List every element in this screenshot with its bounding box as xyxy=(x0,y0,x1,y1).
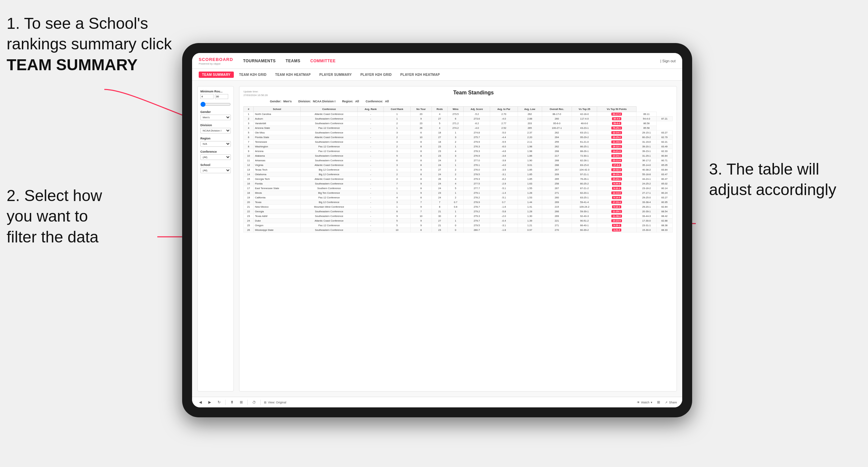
tablet-screen: SCOREBOARD Powered by clippd TOURNAMENTS… xyxy=(192,53,682,407)
toolbar-icon-btn[interactable]: ⊞ xyxy=(656,399,662,405)
school-filter-label: School xyxy=(200,163,231,166)
table-filter-row: Gender: Men's Division: NCAA Division I … xyxy=(243,100,673,103)
division-filter-select[interactable]: NCAA Division I xyxy=(200,128,231,133)
tablet-device: SCOREBOARD Powered by clippd TOURNAMENTS… xyxy=(182,43,692,417)
gender-filter-label: Gender xyxy=(200,110,231,114)
toolbar-refresh-btn[interactable]: ↻ xyxy=(216,399,222,405)
min-rounds-range xyxy=(200,94,231,100)
tab-team-summary[interactable]: TEAM SUMMARY xyxy=(199,71,234,78)
col-vs-top25: Vs Top 25 xyxy=(572,107,597,112)
region-filter-label: Region xyxy=(200,137,231,140)
table-row[interactable]: 5Ole MissSoutheastern Conference-3618127… xyxy=(244,130,673,135)
update-time: Update time: 27/03/2024 16:56:26 xyxy=(243,90,268,97)
table-row[interactable]: 3VanderbiltSoutheastern Conference-22352… xyxy=(244,121,673,126)
toolbar-bookmark-btn[interactable]: ⊞ xyxy=(238,399,244,405)
col-conference: Conference xyxy=(300,107,358,112)
conference-filter-select[interactable]: (All) xyxy=(200,154,231,160)
nav-tournaments[interactable]: TOURNAMENTS xyxy=(243,59,276,63)
view-original-button[interactable]: ⊞ View: Original xyxy=(264,401,286,404)
col-vs-top50-pts: Vs Top 50 Points xyxy=(597,107,637,112)
nav-committee[interactable]: COMMITTEE xyxy=(310,59,336,63)
toolbar-forward-btn[interactable]: ▶ xyxy=(207,399,213,405)
tab-team-h2h-grid[interactable]: TEAM H2H GRID xyxy=(236,71,270,78)
col-adj-score: Adj. Score xyxy=(464,107,490,112)
bottom-toolbar: ◀ ▶ ↻ ⬆ ⊞ ⏱ ⊞ View: Original 👁 Watch ▾ ⊞… xyxy=(192,397,682,407)
table-row[interactable]: 10AlabamaSoutheastern Conference-5823327… xyxy=(244,154,673,158)
standings-table: # School Conference Avg. Rank Conf Rank … xyxy=(243,106,673,232)
nav-links: TOURNAMENTS TEAMS COMMITTEE xyxy=(243,59,660,63)
share-button[interactable]: ↗ Share xyxy=(665,401,677,404)
table-row[interactable]: 20TexasBig 12 Conference-3770.7278.90.71… xyxy=(244,200,673,205)
col-rank: # xyxy=(244,107,254,112)
table-row[interactable]: 16FloridaSoutheastern Conference-7924427… xyxy=(244,182,673,186)
division-display: Division: NCAA Division I xyxy=(299,100,336,103)
sub-nav: TEAM SUMMARY TEAM H2H GRID TEAM H2H HEAT… xyxy=(192,69,682,81)
table-header-row: # School Conference Avg. Rank Conf Rank … xyxy=(244,107,673,112)
table-row[interactable]: 23Texas A&MSoutheastern Conference-91030… xyxy=(244,214,673,219)
filters-panel: Minimum Rou... Gender Men's Division NCA… xyxy=(197,86,234,392)
table-row[interactable]: 19CaliforniaPac-12 Conference-48242278.2… xyxy=(244,195,673,200)
table-row[interactable]: 7TennesseeSoutheastern Conference-481822… xyxy=(244,140,673,145)
table-row[interactable]: 11ArkansasSoutheastern Conference-682422… xyxy=(244,158,673,163)
nav-teams[interactable]: TEAMS xyxy=(286,59,301,63)
table-row[interactable]: 6Florida StateAtlantic Coast Conference-… xyxy=(244,135,673,140)
table-row[interactable]: 21New MexicoMountain West Conference-198… xyxy=(244,205,673,209)
table-row[interactable]: 24DukeAtlantic Coast Conference-59271279… xyxy=(244,219,673,223)
col-overall-rec: Overall Rec. xyxy=(542,107,572,112)
tab-team-h2h-heatmap[interactable]: TEAM H2H HEATMAP xyxy=(272,71,314,78)
min-rounds-from-input[interactable] xyxy=(200,94,214,99)
table-row[interactable]: 1North CarolinaAtlantic Coast Conference… xyxy=(244,112,673,117)
instruction-step2: 2. Select how you want to filter the dat… xyxy=(7,185,159,247)
col-avg-low: Avg. Low xyxy=(518,107,542,112)
col-wins: Wins xyxy=(448,107,464,112)
school-filter-select[interactable]: (All) xyxy=(200,167,231,173)
table-row[interactable]: 4Arizona StatePac-12 Conference-1264274.… xyxy=(244,126,673,130)
watch-button[interactable]: 👁 Watch ▾ xyxy=(637,401,652,404)
toolbar-back-btn[interactable]: ◀ xyxy=(197,399,203,405)
region-display: Region: All xyxy=(342,100,359,103)
toolbar-sep-1 xyxy=(225,400,225,405)
instruction-step1-bold: TEAM SUMMARY xyxy=(7,56,138,73)
table-row[interactable]: 2AuburnSoutheastern Conference-19276273.… xyxy=(244,117,673,121)
min-rounds-slider[interactable] xyxy=(200,102,231,107)
division-filter-label: Division xyxy=(200,124,231,127)
col-rnds: Rnds xyxy=(432,107,448,112)
toolbar-share-btn[interactable]: ⬆ xyxy=(229,399,235,405)
table-header-section: Update time: 27/03/2024 16:56:26 Team St… xyxy=(243,90,673,97)
table-row[interactable]: 13Texas TechBig 12 Conference-19272276.0… xyxy=(244,167,673,172)
gender-display: Gender: Men's xyxy=(270,100,292,103)
col-no-tour: No Tour xyxy=(410,107,432,112)
logo-area: SCOREBOARD Powered by clippd xyxy=(199,56,233,65)
table-row[interactable]: 8WashingtonPac-12 Conference-28231276.3-… xyxy=(244,145,673,149)
table-row[interactable]: 15Georgia TechAtlantic Coast Conference-… xyxy=(244,177,673,182)
min-rounds-to-input[interactable] xyxy=(215,94,228,99)
table-title: Team Standings xyxy=(274,90,673,96)
table-area: Update time: 27/03/2024 16:56:26 Team St… xyxy=(239,86,677,392)
gender-filter-select[interactable]: Men's xyxy=(200,115,231,120)
sign-out-button[interactable]: | Sign out xyxy=(660,59,676,63)
main-content: Minimum Rou... Gender Men's Division NCA… xyxy=(192,81,682,397)
table-row[interactable]: 18IllinoisBig Ten Conference-19231279.1-… xyxy=(244,191,673,195)
conference-display: Conference: All xyxy=(366,100,389,103)
col-avg-to-par: Avg. to Par xyxy=(490,107,518,112)
toolbar-clock-btn[interactable]: ⏱ xyxy=(251,399,257,405)
table-row[interactable]: 25OregonPac-12 Conference-59210279.5-3.1… xyxy=(244,223,673,228)
min-rounds-label: Minimum Rou... xyxy=(200,90,231,93)
nav-bar: SCOREBOARD Powered by clippd TOURNAMENTS… xyxy=(192,53,682,69)
toolbar-sep-2 xyxy=(247,400,248,405)
conference-filter-label: Conference xyxy=(200,150,231,153)
table-row[interactable]: 22GeorgiaSoutheastern Conference-8721127… xyxy=(244,209,673,214)
region-filter-select[interactable]: N/A xyxy=(200,141,231,147)
col-school: School xyxy=(254,107,301,112)
table-row[interactable]: 12VirginiaAtlantic Coast Conference-3824… xyxy=(244,163,673,167)
table-row[interactable]: 9ArizonaPac-12 Conference-38234278.3-4.6… xyxy=(244,149,673,154)
instruction-step1: 1. To see a School's rankings summary cl… xyxy=(7,13,172,75)
tab-player-summary[interactable]: PLAYER SUMMARY xyxy=(316,71,355,78)
instruction-step3: 3. The table will adjust accordingly xyxy=(709,159,861,200)
table-row[interactable]: 14OklahomaBig 12 Conference-28242278.5-3… xyxy=(244,172,673,177)
tab-player-h2h-grid[interactable]: PLAYER H2H GRID xyxy=(357,71,395,78)
logo-sub: Powered by clippd xyxy=(199,62,233,65)
tab-player-h2h-heatmap[interactable]: PLAYER H2H HEATMAP xyxy=(397,71,443,78)
table-row[interactable]: 26Mississippi StateSoutheastern Conferen… xyxy=(244,228,673,232)
table-row[interactable]: 17East Tennessee StateSouthern Conferenc… xyxy=(244,186,673,191)
